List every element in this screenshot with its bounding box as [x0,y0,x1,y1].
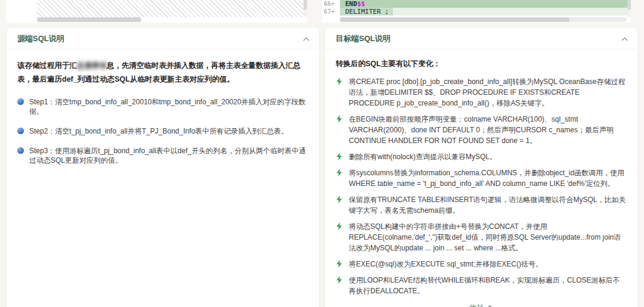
step-item[interactable]: Step1：清空tmp_bond_info_all_20010和tmp_bond… [17,97,308,116]
line-number: 67+ [322,8,340,15]
code-line-67: 67+ DELIMITER ; [322,8,631,15]
code-keyword: END [345,0,357,8]
chevron-up-icon[interactable] [303,37,309,41]
target-intro: 转换后的SQL主要有以下变化： [336,59,627,69]
source-sql-panel: 源端SQL说明 该存储过程用于汇总债券信息，先清空临时表并插入数据，再将主表全量… [6,27,320,307]
lightning-icon [336,222,343,230]
change-text: 将syscolumns替换为information_schema.COLUMNS… [349,168,627,189]
lightning-icon [336,77,343,85]
change-item[interactable]: 将EXEC(@sql)改为EXECUTE sql_stmt;并移除EXEC()括… [336,259,627,269]
change-text: 将CREATE proc [dbo].[p_job_create_bond_in… [349,76,627,108]
source-vertical-scrollbar [304,0,307,17]
change-item[interactable]: 使用LOOP和LEAVE结构替代WHILE循环和BREAK，实现游标遍历，CLO… [336,275,627,296]
intro-text: 该存储过程用于汇 [17,61,77,70]
sphere-bullet-icon [17,147,24,154]
code-delimiter-sigil: $$ [357,0,365,8]
change-text: 保留原有TRUNCATE TABLE和INSERT语句逻辑，语法略微调整以符合M… [349,194,627,216]
target-sql-panel: 目标端SQL说明 转换后的SQL主要有以下变化： 将CREATE proc [d… [324,27,638,307]
target-horizontal-scrollbar [340,17,627,22]
source-vertical-scrollbar-thumb[interactable] [304,0,307,10]
lightning-icon [336,169,343,176]
target-panel-title: 目标端SQL说明 [336,33,391,44]
lightning-icon [336,115,343,123]
double-chevron-up-icon [487,305,493,307]
target-code-pane: 66+ END$$ 67+ DELIMITER ; [322,0,631,23]
diff-editor-strip: 66+ END$$ 67+ DELIMITER ; [0,0,644,23]
lightning-icon [336,153,343,160]
change-item[interactable]: 将syscolumns替换为information_schema.COLUMNS… [336,168,627,189]
lightning-icon [336,276,343,284]
collapse-button[interactable]: 收起 [336,303,627,307]
step-text: Step2：清空t_pj_bond_info_all并将T_PJ_Bond_In… [29,126,288,136]
target-vertical-scrollbar [627,0,631,17]
collapse-label: 收起 [469,303,484,307]
change-item[interactable]: 将CREATE proc [dbo].[p_job_create_bond_in… [336,76,627,108]
code-token-highlight: DELIMITER ; [340,8,393,15]
target-vertical-scrollbar-thumb[interactable] [627,0,631,10]
source-horizontal-scrollbar [37,17,304,22]
lightning-icon [336,196,343,203]
change-text: 使用LOOP和LEAVE结构替代WHILE循环和BREAK，实现游标遍历，CLO… [349,275,627,296]
explanation-cards: 源端SQL说明 该存储过程用于汇总债券信息，先清空临时表并插入数据，再将主表全量… [0,27,644,307]
lightning-icon [336,260,343,268]
source-intro: 该存储过程用于汇总债券信息，先清空临时表并插入数据，再将主表全量数据插入汇总表，… [17,59,308,86]
change-text: 将动态SQL构建中的字符串拼接由+号替换为CONCAT，并使用REPLACE(c… [349,221,627,253]
steps-list: Step1：清空tmp_bond_info_all_20010和tmp_bond… [17,97,308,175]
source-panel-title: 源端SQL说明 [17,33,64,44]
line-number: 66+ [322,0,340,8]
step-text: Step3：使用游标遍历t_pj_bond_info_all表中以def_开头的… [29,146,308,165]
code-line-66: 66+ END$$ [322,0,631,8]
source-panel-body: 该存储过程用于汇总债券信息，先清空临时表并插入数据，再将主表全量数据插入汇总表，… [7,49,319,307]
change-item[interactable]: 删除所有with(nolock)查询提示以兼容MySQL。 [336,151,627,162]
sphere-bullet-icon [17,128,24,134]
step-item[interactable]: Step2：清空t_pj_bond_info_all并将T_PJ_Bond_In… [17,126,308,136]
diff-empty-placeholder [37,0,304,17]
change-item[interactable]: 在BEGIN块最前部按顺序声明变量：colname VARCHAR(100)、s… [336,114,627,146]
target-panel-header: 目标端SQL说明 [325,27,637,49]
step-text: Step1：清空tmp_bond_info_all_20010和tmp_bond… [29,97,308,116]
change-text: 将EXEC(@sql)改为EXECUTE sql_stmt;并移除EXEC()括… [349,259,543,269]
target-horizontal-scrollbar-thumb[interactable] [340,17,569,22]
source-horizontal-scrollbar-thumb[interactable] [37,17,141,22]
change-item[interactable]: 将动态SQL构建中的字符串拼接由+号替换为CONCAT，并使用REPLACE(c… [336,221,627,253]
step-item[interactable]: Step3：使用游标遍历t_pj_bond_info_all表中以def_开头的… [17,146,308,165]
change-text: 在BEGIN块最前部按顺序声明变量：colname VARCHAR(100)、s… [349,114,627,146]
chevron-up-icon[interactable] [621,37,628,41]
sphere-bullet-icon [17,98,24,105]
changes-list: 将CREATE proc [dbo].[p_job_create_bond_in… [336,76,627,302]
target-panel-body: 转换后的SQL主要有以下变化： 将CREATE proc [dbo].[p_jo… [325,49,637,307]
redacted-text: 总债券信 [77,61,107,70]
change-text: 删除所有with(nolock)查询提示以兼容MySQL。 [349,151,497,162]
source-panel-header: 源端SQL说明 [7,27,319,49]
change-item[interactable]: 保留原有TRUNCATE TABLE和INSERT语句逻辑，语法略微调整以符合M… [336,194,627,216]
source-code-pane [6,0,307,23]
